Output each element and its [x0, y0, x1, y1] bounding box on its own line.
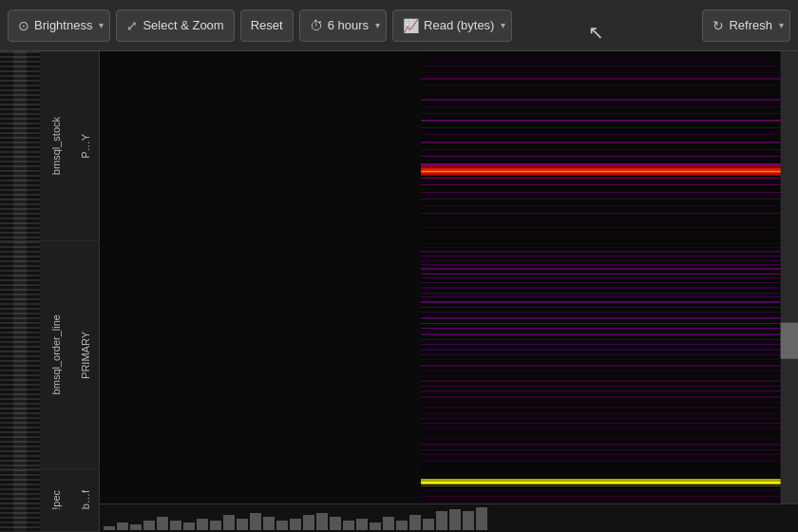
svg-rect-61	[421, 375, 791, 376]
svg-rect-71	[421, 428, 791, 429]
refresh-icon: ↻	[712, 18, 724, 33]
reset-button[interactable]: Reset	[240, 10, 294, 42]
svg-rect-42	[421, 277, 791, 278]
svg-rect-50	[421, 317, 791, 319]
svg-rect-23	[421, 173, 791, 175]
svg-rect-7	[421, 91, 791, 92]
brightness-arrow-icon: ▾	[99, 20, 104, 30]
svg-rect-48	[421, 307, 791, 308]
label-row-2: bmsql_order_line PRIMARY	[0, 241, 99, 469]
label-cell-2b: PRIMARY	[72, 241, 99, 468]
svg-rect-29	[421, 205, 791, 206]
svg-rect-8	[421, 99, 791, 101]
stripe-1a	[0, 51, 13, 240]
svg-rect-45	[421, 293, 791, 294]
svg-rect-24	[421, 175, 791, 176]
timeline-bar	[463, 511, 474, 530]
label-cell-3b: b…f	[72, 469, 99, 531]
timeline-bar	[130, 524, 142, 530]
timeline-bar	[316, 513, 328, 530]
svg-rect-33	[421, 234, 791, 235]
svg-rect-59	[421, 365, 791, 367]
label-row-3: !pec b…f	[0, 469, 99, 532]
timeline-bar	[197, 519, 208, 530]
svg-rect-75	[421, 449, 791, 450]
svg-rect-27	[421, 192, 791, 193]
timeline-bar	[117, 522, 128, 530]
svg-rect-83	[421, 490, 791, 491]
svg-rect-53	[421, 333, 791, 335]
svg-rect-34	[421, 243, 791, 244]
cursor-icon: ↖	[588, 21, 604, 44]
svg-rect-81	[421, 484, 791, 484]
chart-icon: 📈	[403, 18, 419, 33]
svg-rect-25	[421, 178, 791, 179]
stripe-2a	[0, 241, 13, 468]
svg-rect-2	[421, 59, 791, 61]
svg-rect-55	[421, 344, 791, 345]
read-bytes-arrow-icon: ▾	[501, 20, 505, 30]
timeline-bar	[370, 522, 381, 530]
timeline-bar	[290, 519, 301, 530]
timeline-bar	[303, 515, 314, 530]
svg-rect-78	[421, 466, 791, 466]
svg-rect-10	[421, 113, 791, 114]
svg-rect-19	[421, 168, 791, 170]
svg-rect-16	[421, 156, 791, 157]
svg-rect-12	[421, 127, 791, 128]
svg-rect-14	[421, 142, 791, 143]
row2-sub: PRIMARY	[78, 328, 93, 383]
brightness-icon: ⊙	[18, 18, 29, 33]
svg-rect-13	[421, 134, 791, 135]
label-cell-3a: !pec	[40, 469, 72, 531]
toolbar: ⊙ Brightness ▾ ⤢ Select & Zoom Reset ⏱ 6…	[0, 0, 798, 51]
read-bytes-button[interactable]: 📈 Read (bytes) ▾	[392, 10, 512, 42]
brightness-label: Brightness	[34, 18, 92, 32]
cursor-area: ↖	[518, 0, 696, 51]
brightness-button[interactable]: ⊙ Brightness ▾	[8, 10, 110, 42]
svg-rect-46	[421, 296, 791, 297]
svg-rect-9	[421, 106, 791, 107]
main-area: bmsql_stock P…Y bmsql_order_line PRIMARY	[0, 51, 798, 532]
timeline-bar	[237, 519, 248, 530]
svg-rect-64	[421, 390, 791, 391]
timeline-bar	[250, 513, 261, 530]
select-zoom-label: Select & Zoom	[142, 18, 223, 32]
svg-rect-69	[421, 418, 791, 419]
svg-rect-35	[421, 247, 791, 248]
svg-rect-20	[421, 170, 791, 171]
svg-rect-6	[421, 85, 791, 86]
svg-rect-82	[421, 485, 791, 486]
stripe-3a	[0, 469, 13, 531]
reset-label: Reset	[251, 18, 283, 32]
svg-rect-47	[421, 301, 791, 303]
timeline-bar	[157, 517, 168, 530]
svg-rect-30	[421, 213, 791, 214]
timeline-bar	[170, 521, 181, 530]
select-zoom-icon: ⤢	[126, 18, 138, 33]
timeline-bar	[343, 521, 354, 530]
stripe-3c	[27, 469, 40, 531]
svg-rect-52	[421, 328, 791, 329]
refresh-button[interactable]: ↻ Refresh ▾	[702, 10, 790, 42]
timeline-bar	[476, 507, 487, 530]
svg-rect-54	[421, 339, 791, 340]
svg-rect-57	[421, 354, 791, 355]
svg-rect-62	[421, 380, 791, 382]
svg-rect-21	[421, 171, 791, 172]
hours-button[interactable]: ⏱ 6 hours ▾	[299, 10, 387, 42]
svg-rect-73	[421, 438, 791, 439]
timeline-bar	[449, 509, 461, 530]
svg-rect-15	[421, 149, 791, 150]
chart-area[interactable]	[100, 51, 798, 532]
svg-rect-41	[421, 274, 791, 275]
svg-rect-58	[421, 359, 791, 360]
svg-rect-36	[421, 251, 791, 253]
svg-rect-1	[100, 51, 421, 504]
timeline-bar	[356, 519, 368, 530]
svg-rect-51	[421, 323, 791, 324]
timeline-bar	[223, 515, 235, 530]
timeline-bar	[210, 521, 221, 530]
svg-rect-28	[421, 199, 791, 200]
select-zoom-button[interactable]: ⤢ Select & Zoom	[116, 10, 234, 42]
